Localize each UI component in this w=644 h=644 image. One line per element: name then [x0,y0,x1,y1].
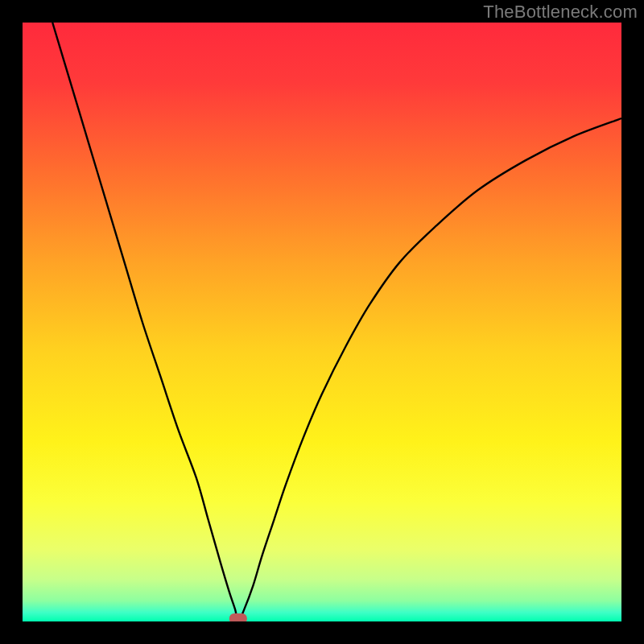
attribution-text: TheBottleneck.com [483,2,638,23]
plot-area [23,23,621,621]
gradient-background [23,23,621,621]
chart-frame: TheBottleneck.com [0,0,644,644]
bottleneck-chart [23,23,621,621]
optimal-point-marker [229,613,247,621]
